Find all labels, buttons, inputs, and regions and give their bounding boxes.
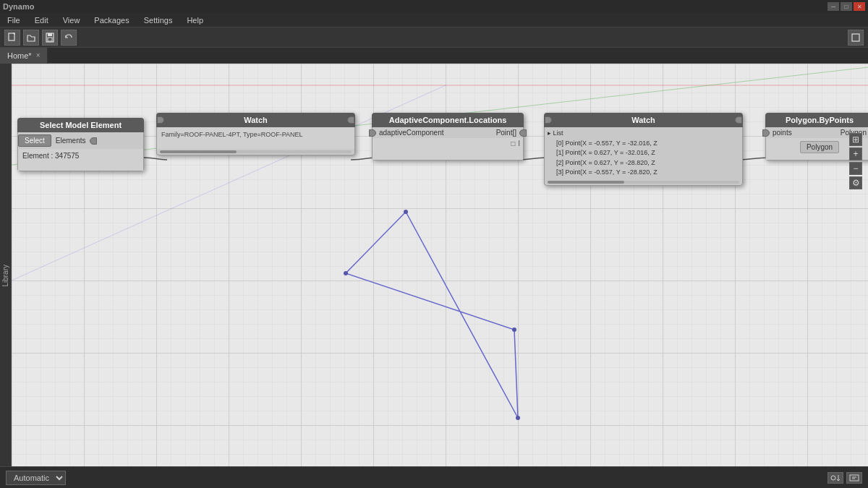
node-select-body: Select Elements Element : 347575: [17, 132, 144, 171]
menubar: File Edit View Packages Settings Help: [0, 13, 868, 27]
node-adaptive-icons: □ I: [373, 138, 523, 160]
select-button[interactable]: Select: [18, 134, 51, 147]
node-watch2-header: Watch: [544, 113, 743, 127]
node-adaptive-header: AdaptiveComponent.Locations: [372, 113, 524, 127]
watch1-input-port[interactable]: [157, 116, 164, 124]
node-watch1: Watch Family=ROOF-PANEL-4PT, Type=ROOF-P…: [156, 113, 355, 155]
node-watch2: Watch ▸ List [0] Point(X = -0.557, Y = -…: [544, 113, 743, 186]
svg-rect-4: [852, 34, 859, 41]
adaptive-icon1: □: [511, 140, 515, 158]
polygon-value-label: Polygon: [800, 141, 839, 153]
node-watch1-content: Family=ROOF-PANEL-4PT, Type=ROOF-PANEL: [157, 127, 354, 149]
close-button[interactable]: ✕: [854, 2, 865, 11]
watch2-scroll-thumb: [548, 181, 624, 184]
expand-button[interactable]: [848, 30, 864, 46]
undo-button[interactable]: [61, 30, 77, 46]
maximize-button[interactable]: □: [841, 2, 852, 11]
main-canvas[interactable]: Select Model Element Select Elements Ele…: [12, 64, 868, 466]
list-item-0: [0] Point(X = -0.557, Y = -32.016, Z: [548, 139, 739, 149]
adaptive-icon2: I: [518, 140, 520, 158]
run-mode-select[interactable]: Automatic Manual: [6, 471, 66, 485]
fit-button[interactable]: ⊞: [849, 133, 862, 146]
bottom-icon-2[interactable]: [846, 472, 862, 484]
menu-settings[interactable]: Settings: [140, 14, 177, 26]
node-adaptive-body: adaptiveComponent Point[] □ I: [372, 127, 524, 160]
svg-rect-16: [850, 475, 859, 481]
svg-rect-2: [48, 33, 52, 36]
watch2-output-port[interactable]: [735, 116, 742, 124]
node-watch2-body: ▸ List [0] Point(X = -0.557, Y = -32.016…: [544, 127, 743, 186]
save-button[interactable]: [42, 30, 58, 46]
watch1-scroll-thumb: [160, 150, 237, 153]
node-select-model-element: Select Model Element Select Elements Ele…: [17, 118, 144, 171]
polygon-input-label: points: [770, 129, 795, 137]
list-item-1: [1] Point(X = 0.627, Y = -32.016, Z: [548, 148, 739, 158]
menu-help[interactable]: Help: [182, 14, 208, 26]
elements-port-label: Elements: [51, 135, 90, 146]
bottom-icons: [827, 472, 862, 484]
menu-packages[interactable]: Packages: [90, 14, 133, 26]
list-item-2: [2] Point(X = 0.627, Y = -28.820, Z: [548, 158, 739, 168]
tab-home[interactable]: Home* ×: [0, 48, 48, 64]
watch2-input-port[interactable]: [545, 116, 552, 124]
svg-point-15: [831, 476, 835, 480]
node-watch1-title: Watch: [244, 116, 268, 124]
tabbar: Home* ×: [0, 48, 868, 64]
sidebar-label: Library: [1, 265, 9, 287]
list-item-3: [3] Point(X = -0.557, Y = -28.820, Z: [548, 168, 739, 178]
zoom-out-button[interactable]: −: [849, 162, 862, 175]
adaptive-input-label: adaptiveComponent: [376, 129, 447, 137]
bottombar: Automatic Manual: [0, 466, 868, 488]
node-select-header: Select Model Element: [17, 118, 144, 132]
zoom-controls: ⊞ + − ⚙: [849, 133, 862, 189]
app-name: Dynamo: [3, 2, 34, 11]
adaptive-input-port[interactable]: [369, 129, 376, 137]
minimize-button[interactable]: ─: [827, 2, 839, 11]
menu-edit[interactable]: Edit: [30, 14, 53, 26]
node-polygon-header: Polygon.ByPoints: [765, 113, 868, 127]
toolbar: [0, 27, 868, 48]
node-watch1-body: Family=ROOF-PANEL-4PT, Type=ROOF-PANEL: [156, 127, 355, 155]
adaptive-output-port[interactable]: [519, 129, 527, 137]
svg-rect-0: [9, 33, 14, 40]
watch1-scrollbar[interactable]: [160, 150, 352, 153]
zoom-in-button[interactable]: +: [849, 147, 862, 160]
node-watch2-title: Watch: [631, 116, 655, 124]
node-select-title: Select Model Element: [40, 121, 122, 129]
menu-view[interactable]: View: [59, 14, 85, 26]
watch1-value: Family=ROOF-PANEL-4PT, Type=ROOF-PANEL: [161, 131, 303, 138]
open-button[interactable]: [23, 30, 39, 46]
element-value: Element : 347575: [22, 152, 79, 160]
watch2-list: ▸ List [0] Point(X = -0.557, Y = -32.016…: [545, 127, 742, 179]
watch2-scrollbar[interactable]: [548, 181, 739, 184]
svg-rect-3: [48, 38, 52, 41]
node-polygon-title: Polygon.ByPoints: [786, 116, 854, 124]
sidebar: Library: [0, 64, 12, 488]
elements-output-port[interactable]: [90, 137, 97, 145]
zoom-settings-button[interactable]: ⚙: [849, 176, 862, 189]
polygon-input-port[interactable]: [762, 129, 770, 137]
bottom-icon-1[interactable]: [827, 472, 843, 484]
adaptive-output-label: Point[]: [493, 129, 519, 137]
list-header: ▸ List: [548, 129, 739, 139]
watch1-output-port[interactable]: [347, 116, 354, 124]
window-controls: ─ □ ✕: [827, 2, 865, 11]
node-adaptive-title: AdaptiveComponent.Locations: [389, 116, 507, 124]
menu-file[interactable]: File: [3, 14, 25, 26]
new-button[interactable]: [4, 30, 20, 46]
tab-close[interactable]: ×: [36, 51, 41, 59]
tab-label: Home*: [7, 51, 32, 60]
node-select-value: Element : 347575: [18, 149, 143, 171]
titlebar: Dynamo ─ □ ✕: [0, 0, 868, 13]
node-watch1-header: Watch: [156, 113, 355, 127]
node-adaptive-component: AdaptiveComponent.Locations adaptiveComp…: [372, 113, 524, 160]
